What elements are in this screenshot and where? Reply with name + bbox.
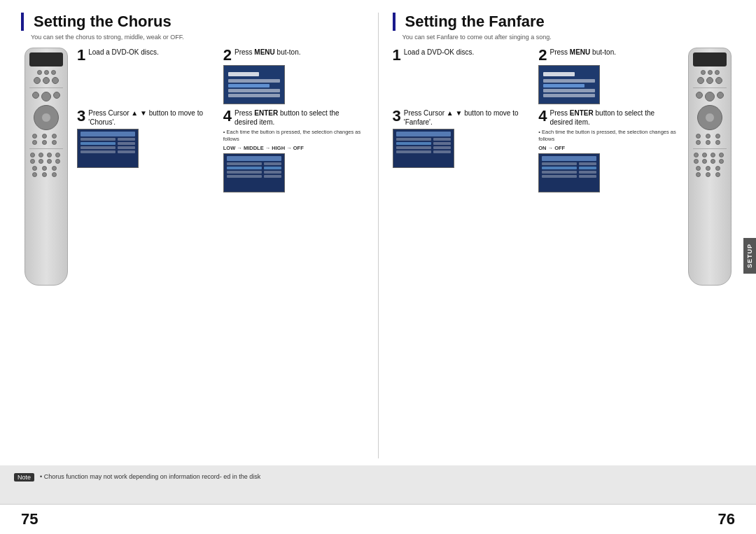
r-btn: [52, 166, 57, 171]
right-content-area: 1 Load a DVD-OK discs. 2 Press MENU but-…: [393, 48, 736, 458]
st2-col: [118, 146, 135, 149]
right-step1-header: 1 Load a DVD-OK discs.: [393, 48, 533, 63]
r-btn: [706, 140, 710, 145]
st2-col: [227, 167, 262, 169]
r-grid1: [32, 134, 60, 145]
st2-col: [264, 171, 281, 174]
st2-col: [264, 167, 281, 169]
setup-tab: SETUP: [743, 238, 756, 274]
r-btn: [52, 134, 57, 139]
r-btn: [53, 92, 60, 99]
r-nav-center: [41, 113, 51, 122]
section-divider: [378, 13, 379, 458]
st2-col: [433, 150, 451, 153]
r-row2r: [697, 77, 722, 84]
step1-header: 1 Load a DVD-OK discs.: [77, 48, 218, 63]
right-remote-body: [688, 48, 732, 286]
st-line: [228, 79, 280, 83]
r-grid1r: [696, 134, 724, 145]
st2-col: [542, 167, 577, 169]
step1-number: 1: [77, 48, 85, 63]
main-content: Setting the Chorus You can set the choru…: [0, 0, 756, 465]
r-btn: [52, 172, 57, 177]
st2-col: [80, 150, 115, 153]
left-title: Setting the Chorus: [21, 13, 364, 31]
right-st2r2: [542, 167, 596, 169]
r-btn: [702, 153, 707, 157]
step4-header: 4 Press ENTER button to select the desir…: [223, 108, 364, 127]
st2-row: [80, 150, 135, 153]
left-content-area: 1 Load a DVD-OK discs. 2 Press MENU but-…: [21, 48, 364, 458]
right-step2-header: 2 Press MENU but-ton.: [538, 48, 679, 63]
r-btn: [32, 134, 37, 139]
st2-row: [80, 146, 135, 149]
left-screen2: [77, 129, 139, 168]
step2-number: 2: [223, 48, 232, 63]
st2-hdr2: [227, 156, 281, 161]
left-step2: 2 Press MENU but-ton.: [223, 48, 364, 104]
right-step4-number: 4: [538, 108, 547, 124]
r-btn: [715, 134, 720, 139]
left-remote: [21, 48, 71, 286]
r-grid2: [30, 153, 62, 164]
r-btn: [706, 77, 713, 84]
r-btn: [696, 134, 701, 139]
r-btn: [710, 153, 715, 157]
st2-col: [118, 138, 135, 141]
st2-col: [80, 138, 115, 141]
title-bar-right: [393, 13, 396, 31]
r-btn: [52, 140, 57, 145]
r-btn: [38, 153, 43, 157]
r-btn: [30, 153, 35, 157]
r-btn: [37, 70, 42, 75]
st2-col: [433, 142, 451, 145]
st2-col: [542, 162, 577, 165]
r-btn: [42, 166, 47, 171]
right-screen2: [393, 129, 454, 168]
right-step1: 1 Load a DVD-OK discs.: [393, 48, 533, 104]
r-btn: [30, 159, 35, 164]
st-sel-r: [543, 84, 584, 87]
r-btn: [52, 77, 59, 84]
right-screen1: [538, 65, 600, 104]
st2-col: [118, 150, 135, 153]
st2-row: [227, 162, 281, 165]
r-btn: [715, 166, 720, 171]
st2-col: [542, 171, 577, 174]
r-nav-ring-r: [697, 105, 722, 130]
st-line-r: [543, 79, 595, 83]
right-step2-number: 2: [538, 48, 547, 63]
st2-hdr: [80, 132, 135, 136]
right-st2-row: [396, 138, 451, 141]
left-section: Setting the Chorus You can set the choru…: [14, 13, 371, 458]
left-step1: 1 Load a DVD-OK discs.: [77, 48, 218, 104]
r-row1: [37, 70, 56, 75]
r-div2: [29, 148, 63, 149]
st-sel: [228, 84, 270, 87]
right-step4: 4 Press ENTER button to select the desir…: [538, 108, 679, 192]
page-number-left: 75: [21, 510, 38, 528]
st-line: [228, 94, 280, 97]
st-title: [228, 72, 259, 76]
r-btn: [47, 159, 52, 164]
note-content: • Chorus function may not work depending…: [40, 472, 260, 482]
left-remote-body: [24, 48, 68, 286]
r-btn: [42, 172, 47, 177]
r-btn: [43, 77, 50, 84]
left-screen1: [223, 65, 285, 104]
r-btn-large: [705, 92, 715, 101]
r-btn: [44, 70, 49, 75]
r-btn: [719, 159, 724, 164]
st-line-r2: [543, 89, 595, 92]
footer: 75 76: [0, 504, 756, 534]
r-nav-r: [697, 105, 722, 130]
step3-number: 3: [77, 108, 85, 124]
r-btn: [55, 153, 60, 157]
r-btn: [32, 172, 37, 177]
right-title-text: Setting the Fanfare: [405, 13, 545, 31]
st-line: [228, 89, 280, 92]
r-btn: [715, 77, 722, 84]
left-step4-note: • Each time the button is pressed, the s…: [223, 129, 364, 143]
left-step4: 4 Press ENTER button to select the desir…: [223, 108, 364, 192]
st2-col: [396, 150, 431, 153]
